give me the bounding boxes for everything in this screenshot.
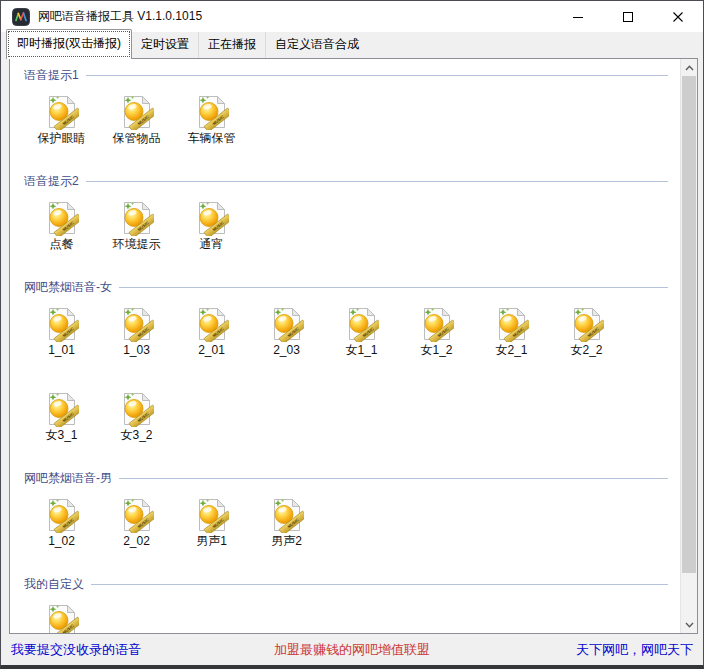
maximize-button[interactable] bbox=[603, 1, 653, 32]
group-items: 1_02 2_02 男声1 男声2 bbox=[24, 497, 680, 548]
scroll-down-button[interactable] bbox=[681, 616, 697, 633]
scroll-up-button[interactable] bbox=[681, 59, 697, 76]
item-label: 女2_2 bbox=[570, 344, 602, 357]
tab-2[interactable]: 正在播报 bbox=[199, 32, 266, 58]
voice-item[interactable]: 保护眼睛 bbox=[24, 94, 99, 145]
group-header: 语音提示1 bbox=[24, 67, 680, 84]
group-items: 天下网吧欢迎你 bbox=[24, 603, 680, 633]
voice-item[interactable]: 女1_2 bbox=[399, 306, 474, 357]
voice-item[interactable]: 女2_2 bbox=[549, 306, 624, 357]
item-label: 保管物品 bbox=[113, 132, 161, 145]
close-icon bbox=[672, 11, 684, 23]
window-controls bbox=[553, 1, 703, 32]
item-label: 2_03 bbox=[273, 344, 300, 357]
maximize-icon bbox=[622, 11, 634, 23]
item-label: 2_01 bbox=[198, 344, 225, 357]
voice-group: 网吧禁烟语音-男 1_02 2_02 男声1 男声2 bbox=[24, 470, 680, 548]
group-divider-line bbox=[86, 75, 668, 76]
music-file-icon bbox=[195, 497, 229, 533]
item-label: 女3_1 bbox=[45, 429, 77, 442]
music-file-icon bbox=[45, 94, 79, 130]
voice-item[interactable]: 女2_1 bbox=[474, 306, 549, 357]
item-label: 点餐 bbox=[50, 238, 74, 251]
music-file-icon bbox=[120, 306, 154, 342]
submit-voice-link[interactable]: 我要提交没收录的语音 bbox=[11, 641, 274, 659]
voice-group: 语音提示1 保护眼睛 保管物品 车辆保管 bbox=[24, 67, 680, 145]
voice-group: 语音提示2 点餐 环境提示 通宵 bbox=[24, 173, 680, 251]
music-file-icon bbox=[45, 306, 79, 342]
item-label: 2_02 bbox=[123, 535, 150, 548]
group-divider-line bbox=[119, 287, 668, 288]
voice-item[interactable]: 女3_1 bbox=[24, 391, 99, 442]
voice-item[interactable]: 男声2 bbox=[249, 497, 324, 548]
tab-strip: 即时播报(双击播报)定时设置正在播报自定义语音合成 bbox=[1, 32, 703, 58]
music-file-icon bbox=[195, 306, 229, 342]
voice-item[interactable]: 2_03 bbox=[249, 306, 324, 357]
voice-item[interactable]: 保管物品 bbox=[99, 94, 174, 145]
music-file-icon bbox=[270, 497, 304, 533]
group-items: 点餐 环境提示 通宵 bbox=[24, 200, 680, 251]
voice-item[interactable]: 2_02 bbox=[99, 497, 174, 548]
voice-group: 我的自定义 天下网吧欢迎你 bbox=[24, 576, 680, 633]
item-label: 男声2 bbox=[271, 535, 302, 548]
group-title: 网吧禁烟语音-女 bbox=[24, 279, 112, 296]
music-file-icon bbox=[570, 306, 604, 342]
voice-item[interactable]: 点餐 bbox=[24, 200, 99, 251]
group-header: 我的自定义 bbox=[24, 576, 680, 593]
item-label: 保护眼睛 bbox=[38, 132, 86, 145]
music-file-icon bbox=[270, 306, 304, 342]
group-items: 1_01 1_03 2_01 2_03 女1_1 女1_2 女2_1 女2_2 … bbox=[24, 306, 680, 442]
voice-item[interactable]: 天下网吧欢迎你 bbox=[24, 603, 99, 633]
voice-item[interactable]: 1_03 bbox=[99, 306, 174, 357]
tab-3[interactable]: 自定义语音合成 bbox=[266, 32, 368, 58]
music-file-icon bbox=[345, 306, 379, 342]
close-button[interactable] bbox=[653, 1, 703, 32]
voice-item[interactable]: 车辆保管 bbox=[174, 94, 249, 145]
voice-list-panel: 语音提示1 保护眼睛 保管物品 车辆保管 语音提示2 点餐 环境提示 通宵 bbox=[9, 58, 698, 634]
music-file-icon bbox=[45, 603, 79, 633]
item-label: 女1_2 bbox=[420, 344, 452, 357]
music-file-icon bbox=[45, 497, 79, 533]
voice-item[interactable]: 2_01 bbox=[174, 306, 249, 357]
item-label: 女2_1 bbox=[495, 344, 527, 357]
tab-1[interactable]: 定时设置 bbox=[132, 32, 199, 58]
voice-item[interactable]: 男声1 bbox=[174, 497, 249, 548]
item-label: 男声1 bbox=[196, 535, 227, 548]
group-items: 保护眼睛 保管物品 车辆保管 bbox=[24, 94, 680, 145]
music-file-icon bbox=[495, 306, 529, 342]
vertical-scrollbar[interactable] bbox=[680, 59, 697, 633]
minimize-button[interactable] bbox=[553, 1, 603, 32]
scrollbar-thumb[interactable] bbox=[682, 76, 696, 573]
music-file-icon bbox=[420, 306, 454, 342]
item-label: 1_01 bbox=[48, 344, 75, 357]
alliance-link[interactable]: 加盟最赚钱的网吧增值联盟 bbox=[274, 641, 430, 659]
chevron-up-icon bbox=[685, 65, 694, 71]
music-file-icon bbox=[45, 200, 79, 236]
group-divider-line bbox=[91, 584, 668, 585]
status-bar: 我要提交没收录的语音 加盟最赚钱的网吧增值联盟 天下网吧，网吧天下 bbox=[1, 635, 703, 665]
txwb-link[interactable]: 天下网吧，网吧天下 bbox=[430, 641, 693, 659]
music-file-icon bbox=[120, 200, 154, 236]
music-file-icon bbox=[195, 200, 229, 236]
minimize-icon bbox=[572, 11, 584, 23]
music-file-icon bbox=[195, 94, 229, 130]
voice-item[interactable]: 环境提示 bbox=[99, 200, 174, 251]
item-label: 女1_1 bbox=[345, 344, 377, 357]
music-file-icon bbox=[45, 391, 79, 427]
voice-group: 网吧禁烟语音-女 1_01 1_03 2_01 2_03 女1_1 女1_2 女… bbox=[24, 279, 680, 442]
voice-item[interactable]: 1_02 bbox=[24, 497, 99, 548]
title-bar: 网吧语音播报工具 V1.1.0.1015 bbox=[1, 1, 703, 32]
voice-item[interactable]: 女3_2 bbox=[99, 391, 174, 442]
group-divider-line bbox=[86, 181, 668, 182]
voice-item[interactable]: 女1_1 bbox=[324, 306, 399, 357]
voice-item[interactable]: 通宵 bbox=[174, 200, 249, 251]
voice-item[interactable]: 1_01 bbox=[24, 306, 99, 357]
item-label: 1_02 bbox=[48, 535, 75, 548]
item-label: 环境提示 bbox=[113, 238, 161, 251]
window-title: 网吧语音播报工具 V1.1.0.1015 bbox=[38, 8, 202, 25]
tab-0[interactable]: 即时播报(双击播报) bbox=[6, 29, 132, 59]
music-file-icon bbox=[120, 391, 154, 427]
group-divider-line bbox=[119, 478, 668, 479]
music-file-icon bbox=[120, 497, 154, 533]
group-header: 网吧禁烟语音-男 bbox=[24, 470, 680, 487]
